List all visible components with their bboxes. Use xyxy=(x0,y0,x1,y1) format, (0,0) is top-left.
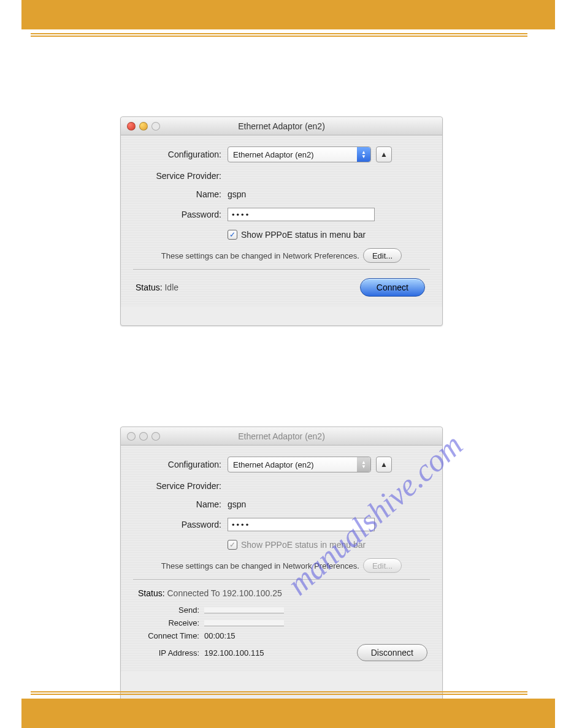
connect-button[interactable]: Connect xyxy=(360,278,425,297)
disconnect-button[interactable]: Disconnect xyxy=(357,644,427,661)
configuration-select[interactable]: Ethernet Adaptor (en2) ▲▼ xyxy=(228,457,371,472)
page-header-bar xyxy=(21,0,555,29)
name-value: gspn xyxy=(228,189,427,199)
status-label: Status: xyxy=(138,588,165,598)
connect-time-value: 00:00:15 xyxy=(204,631,236,640)
edit-button: Edit... xyxy=(363,558,402,573)
service-provider-label: Service Provider: xyxy=(136,171,228,181)
window-title: Ethernet Adaptor (en2) xyxy=(121,431,442,441)
status-label: Status: xyxy=(136,282,163,292)
password-label: Password: xyxy=(136,210,228,219)
pppoe-window-idle: Ethernet Adaptor (en2) Configuration: Et… xyxy=(120,116,443,326)
page-header-rule xyxy=(31,33,527,37)
triangle-up-icon: ▲ xyxy=(380,150,388,159)
network-prefs-hint: These settings can be changed in Network… xyxy=(161,561,359,571)
password-label: Password: xyxy=(136,520,228,529)
show-status-checkbox-label: Show PPPoE status in menu bar xyxy=(241,230,366,240)
show-status-checkbox[interactable]: ✓ xyxy=(228,540,237,550)
send-meter xyxy=(204,607,284,613)
ip-address-value: 192.100.100.115 xyxy=(204,648,264,658)
send-label: Send: xyxy=(136,605,204,615)
configuration-label: Configuration: xyxy=(136,460,228,469)
name-label: Name: xyxy=(136,499,228,509)
titlebar[interactable]: Ethernet Adaptor (en2) xyxy=(121,427,442,446)
collapse-toggle-button[interactable]: ▲ xyxy=(376,457,392,472)
divider xyxy=(133,269,430,270)
configuration-label: Configuration: xyxy=(136,150,228,159)
pppoe-window-connected: Ethernet Adaptor (en2) Configuration: Et… xyxy=(120,427,443,711)
status-value: Idle xyxy=(164,282,178,292)
name-label: Name: xyxy=(136,189,228,199)
configuration-selected: Ethernet Adaptor (en2) xyxy=(233,150,314,159)
select-arrows-icon: ▲▼ xyxy=(357,457,370,472)
window-title: Ethernet Adaptor (en2) xyxy=(121,121,442,131)
configuration-select[interactable]: Ethernet Adaptor (en2) ▲▼ xyxy=(228,146,371,162)
connect-time-label: Connect Time: xyxy=(136,631,204,640)
show-status-checkbox[interactable]: ✓ xyxy=(228,230,237,240)
password-masked: •••• xyxy=(232,210,250,219)
page-footer-bar xyxy=(21,699,555,728)
titlebar[interactable]: Ethernet Adaptor (en2) xyxy=(121,117,442,135)
ip-address-label: IP Address: xyxy=(136,648,204,658)
name-value: gspn xyxy=(228,499,427,509)
password-masked: •••• xyxy=(232,520,250,529)
password-input[interactable]: •••• xyxy=(228,208,375,221)
status-value: Connected To 192.100.100.25 xyxy=(167,588,282,598)
select-arrows-icon: ▲▼ xyxy=(357,147,370,162)
edit-button[interactable]: Edit... xyxy=(363,248,402,263)
receive-label: Receive: xyxy=(136,618,204,628)
receive-meter xyxy=(204,620,284,626)
page-footer-rule xyxy=(31,691,527,695)
divider xyxy=(133,579,430,580)
collapse-toggle-button[interactable]: ▲ xyxy=(376,146,392,162)
service-provider-label: Service Provider: xyxy=(136,481,228,491)
network-prefs-hint: These settings can be changed in Network… xyxy=(161,251,359,260)
configuration-selected: Ethernet Adaptor (en2) xyxy=(233,460,314,469)
password-input[interactable]: •••• xyxy=(228,518,375,531)
show-status-checkbox-label: Show PPPoE status in menu bar xyxy=(241,540,366,550)
triangle-up-icon: ▲ xyxy=(380,460,388,469)
